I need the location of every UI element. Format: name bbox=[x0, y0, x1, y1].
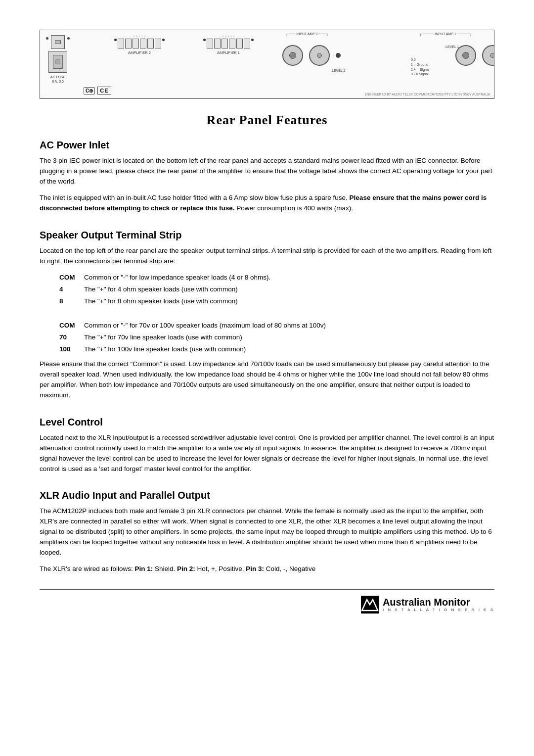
xlr-wiring-text: The XLR's are wired as follows: Pin 1: S… bbox=[40, 564, 494, 574]
page-title: Rear Panel Features bbox=[40, 113, 494, 128]
footer: Australian Monitor I N S T A L L A T I O… bbox=[40, 596, 494, 614]
ac-power-inlet-heading: AC Power Inlet bbox=[40, 140, 494, 151]
section-level-control: Level Control Located next to the XLR in… bbox=[40, 417, 494, 474]
speaker-def-table-low: COM Common or "-" for low impedance spea… bbox=[59, 272, 494, 307]
def-row-70: 70 The "+" for 70v line speaker loads (u… bbox=[59, 332, 494, 343]
def-row-8: 8 The "+" for 8 ohm speaker loads (use w… bbox=[59, 296, 494, 307]
ce-marking: C⊕ CE bbox=[84, 87, 111, 94]
rear-panel-diagram: AC FUSE 6 A, 3.5 ↓ ↓ ↓ ↓ ↓ AMPLIFIER 2 bbox=[40, 30, 494, 99]
footer-divider bbox=[40, 589, 494, 590]
def-term-4: 4 bbox=[59, 284, 84, 295]
section-speaker-output: Speaker Output Terminal Strip Located on… bbox=[40, 230, 494, 401]
input-amp1-bracket: ┌───── INPUT AMP 1 ─────┐ bbox=[416, 32, 475, 36]
ac-fuse-label: AC FUSE 6 A, 3.5 bbox=[50, 75, 65, 84]
logo-sub-text: I N S T A L L A T I O N S E R I E S bbox=[383, 608, 494, 612]
section-ac-power-inlet: AC Power Inlet The 3 pin IEC power inlet… bbox=[40, 140, 494, 214]
def-term-com-high: COM bbox=[59, 320, 84, 331]
def-term-8: 8 bbox=[59, 296, 84, 307]
xlr-pin3-label: Pin 3: bbox=[246, 565, 264, 572]
xlr-audio-heading: XLR Audio Input and Parallel Output bbox=[40, 490, 494, 501]
xlr-audio-text: The ACM1202P includes both male and fema… bbox=[40, 506, 494, 558]
input-amp2-bracket: ┌─── INPUT AMP 2 ───┐ bbox=[282, 32, 332, 36]
speaker-def-table-high: COM Common or "-" for 70v or 100v speake… bbox=[59, 320, 494, 355]
def-desc-8: The "+" for 8 ohm speaker loads (use wit… bbox=[84, 296, 494, 307]
level-control-heading: Level Control bbox=[40, 417, 494, 428]
level2-label: LEVEL 2 bbox=[332, 69, 345, 72]
def-row-com-high: COM Common or "-" for 70v or 100v speake… bbox=[59, 320, 494, 331]
def-term-70: 70 bbox=[59, 332, 84, 343]
xlr-pin1-label: Pin 1: bbox=[134, 565, 153, 572]
def-term-com-low: COM bbox=[59, 272, 84, 284]
australian-monitor-logo: Australian Monitor I N S T A L L A T I O… bbox=[361, 596, 494, 614]
section-xlr-audio: XLR Audio Input and Parallel Output The … bbox=[40, 490, 494, 574]
def-desc-com-low: Common or "-" for low impedance speaker … bbox=[84, 272, 494, 284]
pin-info: 0.01 = Ground2 + = Signal3 - = Signal bbox=[411, 57, 429, 77]
def-row-4: 4 The "+" for 4 ohm speaker loads (use w… bbox=[59, 284, 494, 295]
speaker-output-heading: Speaker Output Terminal Strip bbox=[40, 230, 494, 241]
def-term-100: 100 bbox=[59, 344, 84, 355]
def-row-100: 100 The "+" for 100v line speaker loads … bbox=[59, 344, 494, 355]
def-desc-com-high: Common or "-" for 70v or 100v speaker lo… bbox=[84, 320, 494, 331]
ac-power-bold-warning: Please ensure that the mains power cord … bbox=[40, 194, 487, 212]
def-desc-100: The "+" for 100v line speaker loads (use… bbox=[84, 344, 494, 355]
engineering-credit: ENGINEERED BY AUDIO TELEX COMMUNICATIONS… bbox=[364, 93, 490, 96]
speaker-output-intro: Located on the top left of the rear pane… bbox=[40, 246, 494, 267]
ac-power-text-1: The 3 pin IEC power inlet is located on … bbox=[40, 156, 494, 187]
amp1-label: AMPLIFIER 1 bbox=[217, 50, 240, 55]
logo-mountain-icon bbox=[361, 596, 379, 614]
logo-main-text: Australian Monitor bbox=[383, 597, 470, 608]
amp2-label: AMPLIFIER 2 bbox=[128, 50, 151, 55]
ac-power-text-2: The inlet is equipped with an in-built A… bbox=[40, 193, 494, 214]
def-desc-4: The "+" for 4 ohm speaker loads (use wit… bbox=[84, 284, 494, 295]
xlr-pin2-label: Pin 2: bbox=[177, 565, 195, 572]
level-control-text: Located next to the XLR input/output is … bbox=[40, 433, 494, 474]
def-row-com-low: COM Common or "-" for low impedance spea… bbox=[59, 272, 494, 284]
speaker-output-closing: Please ensure that the correct “Common” … bbox=[40, 359, 494, 401]
def-desc-70: The "+" for 70v line speaker loads (use … bbox=[84, 332, 494, 343]
